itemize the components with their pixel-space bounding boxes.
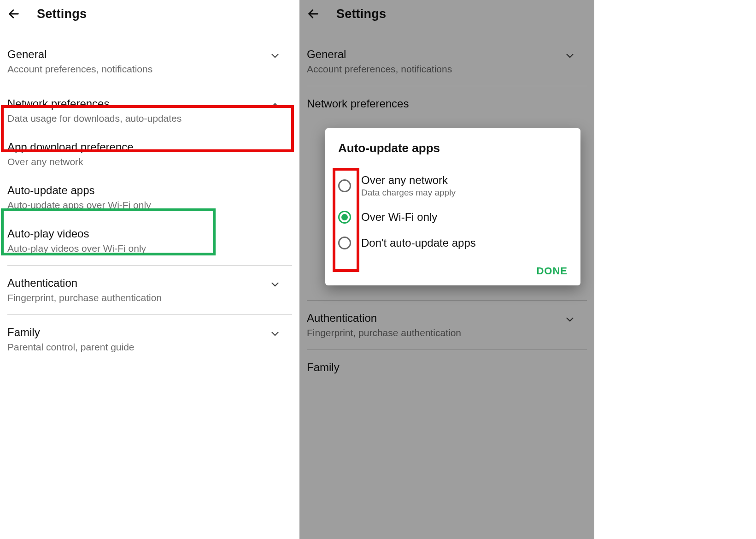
chevron-down-icon bbox=[269, 328, 281, 340]
row-subtitle: Data usage for downloads, auto-updates bbox=[7, 113, 292, 124]
option-subtitle: Data charges may apply bbox=[361, 188, 456, 198]
settings-pane-right: Settings General Account preferences, no… bbox=[299, 0, 594, 539]
row-family[interactable]: Family Parental control, parent guide bbox=[7, 318, 292, 361]
option-label: Don't auto-update apps bbox=[361, 237, 476, 249]
settings-list: General Account preferences, notificatio… bbox=[0, 40, 299, 361]
row-title: Network preferences bbox=[7, 97, 292, 110]
page-title: Settings bbox=[37, 7, 87, 21]
divider bbox=[7, 314, 292, 315]
row-general[interactable]: General Account preferences, notificatio… bbox=[7, 40, 292, 83]
row-subtitle: Account preferences, notifications bbox=[7, 64, 292, 75]
row-subtitle: Auto-update apps over Wi-Fi only bbox=[7, 200, 292, 211]
divider bbox=[7, 265, 292, 266]
row-app-download-preference[interactable]: App download preference Over any network bbox=[7, 132, 292, 176]
row-auto-update-apps[interactable]: Auto-update apps Auto-update apps over W… bbox=[7, 176, 292, 219]
radio-icon bbox=[338, 237, 351, 249]
dialog-actions: DONE bbox=[338, 256, 568, 277]
row-authentication[interactable]: Authentication Fingerprint, purchase aut… bbox=[7, 268, 292, 312]
row-network-preferences[interactable]: Network preferences Data usage for downl… bbox=[7, 89, 292, 132]
network-subitems: App download preference Over any network… bbox=[7, 132, 292, 262]
done-button[interactable]: DONE bbox=[536, 265, 568, 277]
arrow-left-icon bbox=[7, 7, 20, 20]
back-button[interactable] bbox=[4, 4, 24, 24]
row-title: Authentication bbox=[7, 277, 292, 290]
header: Settings bbox=[0, 0, 299, 26]
row-subtitle: Auto-play videos over Wi-Fi only bbox=[7, 243, 292, 254]
chevron-down-icon bbox=[269, 278, 281, 290]
row-title: Auto-play videos bbox=[7, 227, 292, 240]
radio-icon bbox=[338, 211, 351, 224]
dialog-title: Auto-update apps bbox=[338, 141, 568, 155]
settings-pane-left: Settings General Account preferences, no… bbox=[0, 0, 299, 539]
chevron-down-icon bbox=[269, 50, 281, 62]
row-auto-play-videos[interactable]: Auto-play videos Auto-play videos over W… bbox=[7, 219, 292, 262]
chevron-up-icon bbox=[269, 99, 281, 111]
divider bbox=[7, 86, 292, 86]
option-over-any-network[interactable]: Over any network Data charges may apply bbox=[338, 167, 568, 204]
row-subtitle: Fingerprint, purchase authentication bbox=[7, 292, 292, 303]
option-label: Over any network bbox=[361, 174, 456, 187]
row-title: App download preference bbox=[7, 141, 292, 154]
auto-update-dialog: Auto-update apps Over any network Data c… bbox=[325, 128, 580, 285]
option-dont-auto-update[interactable]: Don't auto-update apps bbox=[338, 230, 568, 256]
row-title: Family bbox=[7, 326, 292, 339]
radio-icon bbox=[338, 179, 351, 192]
row-subtitle: Parental control, parent guide bbox=[7, 342, 292, 353]
option-label: Over Wi-Fi only bbox=[361, 211, 437, 224]
row-title: General bbox=[7, 48, 292, 61]
option-over-wifi-only[interactable]: Over Wi-Fi only bbox=[338, 204, 568, 230]
row-subtitle: Over any network bbox=[7, 156, 292, 167]
row-title: Auto-update apps bbox=[7, 184, 292, 197]
